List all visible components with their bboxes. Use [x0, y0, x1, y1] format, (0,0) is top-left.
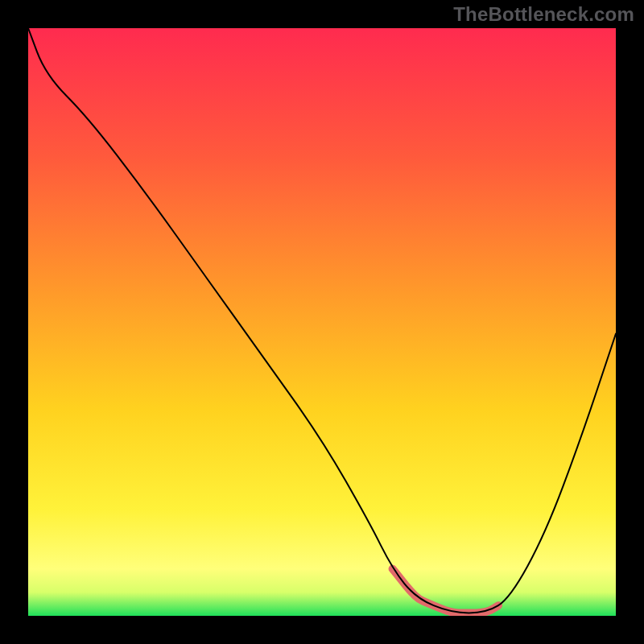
- chart-stage: TheBottleneck.com: [0, 0, 644, 644]
- watermark-label: TheBottleneck.com: [453, 3, 634, 26]
- gradient-background: [28, 28, 616, 616]
- plot-svg: [28, 28, 616, 616]
- plot-area: [28, 28, 616, 616]
